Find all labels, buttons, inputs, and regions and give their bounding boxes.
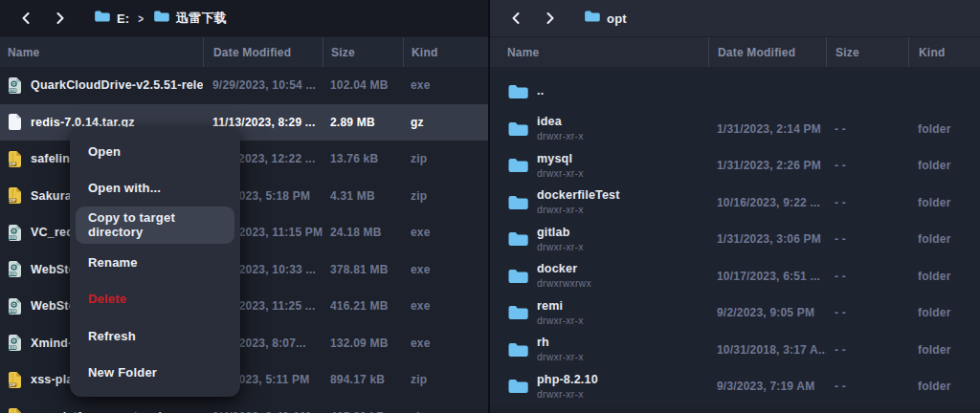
folder-size: - - (826, 306, 908, 319)
remote-breadcrumb: opt (584, 10, 627, 27)
column-header-name[interactable]: Name (0, 37, 203, 67)
file-size: 4.31 MB (323, 189, 403, 203)
folder-name: .. (537, 84, 544, 99)
folder-permissions: drwxr-xr-x (537, 167, 584, 180)
zip-file-icon: ZIP (8, 371, 22, 389)
folder-row[interactable]: .. (490, 74, 980, 111)
folder-size: - - (826, 380, 908, 393)
folder-row[interactable]: php-8.2.10drwxr-xr-x9/3/2023, 7:19 AM- -… (490, 368, 980, 405)
folder-name: mysql (537, 152, 584, 167)
breadcrumb-separator: > (139, 11, 145, 25)
folder-size: - - (826, 343, 908, 357)
folder-kind: folder (908, 232, 980, 246)
folder-kind: folder (908, 343, 980, 357)
exe-file-icon: EXE (8, 76, 22, 95)
file-name: QuarkCloudDrive-v2.5.51-relea... (31, 78, 203, 92)
folder-row[interactable]: rhdrwxr-xr-x10/31/2018, 3:17 A...- -fold… (490, 332, 980, 369)
file-size: 894.17 kB (323, 373, 403, 386)
local-breadcrumb: E:>迅雷下载 (94, 10, 227, 27)
folder-size: - - (826, 232, 908, 246)
local-toolbar: E:>迅雷下载 (0, 0, 488, 36)
folder-kind: folder (908, 270, 980, 283)
folder-icon (507, 378, 528, 395)
folder-date: 9/2/2023, 9:05 PM (708, 306, 826, 319)
file-file-icon (8, 113, 22, 131)
chevron-right-icon (55, 11, 66, 25)
breadcrumb-item[interactable]: 迅雷下载 (153, 10, 227, 27)
menu-item-open[interactable]: Open (76, 133, 234, 170)
folder-name-cell: php-8.2.10drwxr-xr-x (490, 373, 708, 401)
folder-icon (507, 230, 528, 248)
folder-icon (507, 341, 528, 359)
folder-permissions: drwxr-xr-x (537, 204, 620, 216)
column-header-kind[interactable]: Kind (908, 37, 980, 67)
folder-icon (94, 10, 110, 27)
breadcrumb-item[interactable]: E: (94, 10, 129, 27)
folder-permissions: drwxr-xr-x (537, 130, 584, 142)
menu-item-rename[interactable]: Rename (76, 244, 234, 281)
folder-kind: folder (908, 122, 980, 136)
back-button[interactable] (503, 6, 528, 31)
menu-item-refresh[interactable]: Refresh (76, 317, 234, 355)
file-row[interactable]: ZIPxss-platform-master.zip9/4/2023, 9:42… (0, 399, 488, 413)
folder-permissions: drwxrwxrwx (537, 277, 591, 290)
file-kind: zip (403, 152, 488, 165)
menu-item-delete[interactable]: Delete (76, 280, 234, 317)
column-header-size[interactable]: Size (826, 37, 908, 67)
file-row[interactable]: EXEQuarkCloudDrive-v2.5.51-relea...9/29/… (0, 67, 488, 104)
remote-pane: opt NameDate ModifiedSizeKind ..ideadrwx… (490, 0, 980, 413)
context-menu: OpenOpen with...Copy to target directory… (70, 127, 240, 397)
folder-date: 10/31/2018, 3:17 A... (708, 343, 826, 357)
file-kind: zip (403, 189, 488, 203)
file-kind: exe (403, 78, 488, 92)
file-name-cell: EXEQuarkCloudDrive-v2.5.51-relea... (0, 76, 203, 95)
svg-text:EXE: EXE (9, 309, 17, 314)
column-header-date-modified[interactable]: Date Modified (708, 37, 826, 67)
file-size: 132.09 MB (323, 337, 403, 350)
file-kind: exe (403, 226, 488, 239)
forward-button[interactable] (48, 6, 73, 31)
file-kind: zip (403, 373, 488, 386)
svg-text:EXE: EXE (9, 345, 17, 350)
column-header-name[interactable]: Name (490, 37, 708, 67)
folder-name: php-8.2.10 (537, 373, 598, 388)
folder-row[interactable]: dockerfileTestdrwxr-xr-x10/16/2023, 9:22… (490, 185, 980, 222)
folder-name: remi (537, 299, 584, 315)
file-kind: exe (403, 299, 488, 313)
folder-name: rh (537, 336, 584, 351)
folder-row[interactable]: remidrwxr-xr-x9/2/2023, 9:05 PM- -folder (490, 294, 980, 332)
breadcrumb-label: opt (607, 11, 627, 26)
folder-name: dockerfileTest (537, 188, 620, 204)
menu-item-new-folder[interactable]: New Folder (76, 354, 234, 391)
folder-row[interactable]: ideadrwxr-xr-x1/31/2023, 2:14 PM- -folde… (490, 111, 980, 148)
forward-button[interactable] (538, 6, 563, 31)
folder-icon (507, 304, 528, 321)
local-column-headers: NameDate ModifiedSizeKind (0, 36, 488, 67)
column-header-date-modified[interactable]: Date Modified (203, 37, 323, 67)
folder-icon (584, 10, 600, 27)
folder-size: - - (826, 270, 908, 283)
folder-row[interactable]: mysqldrwxr-xr-x1/31/2023, 2:26 PM- -fold… (490, 147, 980, 185)
file-name-cell: ZIPxss-platform-master.zip (0, 407, 203, 413)
zip-file-icon: ZIP (8, 186, 22, 205)
exe-file-icon: EXE (8, 297, 22, 315)
remote-column-headers: NameDate ModifiedSizeKind (490, 36, 980, 67)
column-header-kind[interactable]: Kind (403, 37, 488, 67)
file-size: 378.81 MB (323, 263, 403, 276)
folder-icon (507, 157, 528, 174)
chevron-left-icon (510, 11, 522, 25)
folder-row[interactable]: gitlabdrwxr-xr-x1/31/2023, 3:06 PM- -fol… (490, 221, 980, 258)
menu-item-open-with[interactable]: Open with... (76, 170, 234, 207)
menu-item-copy-to-target-directory[interactable]: Copy to target directory (76, 206, 234, 244)
column-header-size[interactable]: Size (323, 37, 403, 67)
breadcrumb-label: E: (117, 11, 129, 26)
folder-name-cell: gitlabdrwxr-xr-x (490, 226, 708, 253)
folder-date: 10/16/2023, 9:22 ... (708, 196, 826, 209)
breadcrumb-item[interactable]: opt (584, 10, 627, 27)
svg-text:EXE: EXE (9, 88, 17, 93)
folder-name-cell: .. (490, 83, 708, 100)
exe-file-icon: EXE (8, 260, 22, 278)
chevron-left-icon (20, 11, 32, 25)
back-button[interactable] (13, 6, 38, 31)
folder-row[interactable]: dockerdrwxrwxrwx10/17/2023, 6:51 ...- -f… (490, 258, 980, 295)
